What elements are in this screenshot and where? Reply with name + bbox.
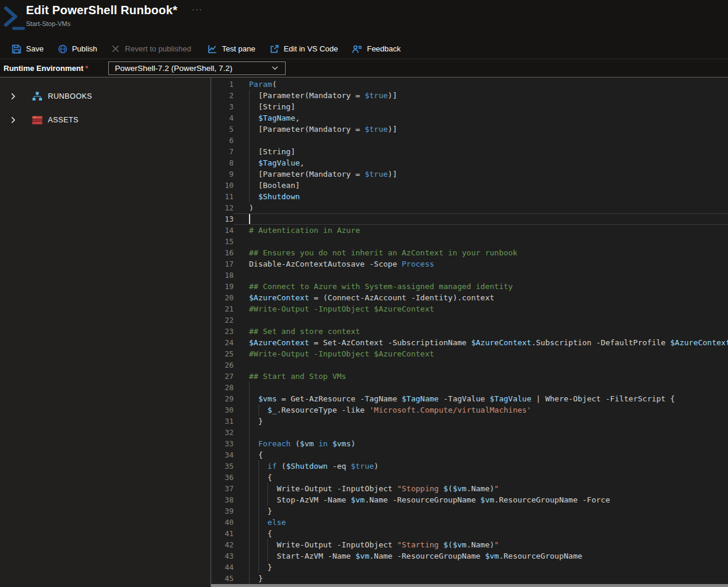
code-line[interactable]: 27## Start and Stop VMs [211, 371, 728, 382]
command-toolbar: Save Publish Revert to published Test pa… [0, 39, 728, 59]
line-number: 5 [211, 124, 234, 135]
code-line[interactable]: 35 if ($Shutdown -eq $true) [211, 460, 728, 472]
feedback-label: Feedback [367, 44, 400, 53]
code-line[interactable]: 20$AzureContext = (Connect-AzAccount -Id… [211, 292, 728, 303]
indent-guide [249, 180, 250, 191]
indent-guide [249, 124, 250, 135]
code-line[interactable]: 45 } [211, 573, 728, 584]
code-line[interactable]: 33 Foreach ($vm in $vms) [211, 438, 728, 449]
indent-guide [249, 517, 250, 528]
indent-guide [249, 539, 250, 550]
publish-button[interactable]: Publish [51, 39, 105, 59]
more-options-button[interactable]: ··· [192, 5, 203, 14]
code-line[interactable]: 26 [211, 359, 728, 371]
feedback-button[interactable]: Feedback [345, 39, 407, 59]
code-line[interactable]: 6 [211, 135, 728, 146]
line-number: 29 [211, 393, 234, 404]
code-line[interactable]: 11 $Shutdown [211, 191, 728, 202]
code-line[interactable]: 21#Write-Output -InputObject $AzureConte… [211, 303, 728, 314]
code-line[interactable]: 28 [211, 382, 728, 393]
line-number: 22 [211, 314, 234, 326]
code-line[interactable]: 31 } [211, 416, 728, 427]
code-line[interactable]: 10 [Boolean] [211, 180, 728, 191]
chevron-right-icon[interactable] [8, 92, 18, 101]
line-number: 14 [211, 225, 234, 236]
line-number: 41 [211, 528, 234, 539]
line-number: 17 [211, 258, 234, 270]
horizontal-scrollbar[interactable] [211, 584, 728, 587]
save-button[interactable]: Save [5, 39, 51, 59]
publish-label: Publish [72, 44, 98, 53]
code-editor[interactable]: 1Param(2 [Parameter(Mandatory = $true)]3… [211, 77, 728, 587]
line-number: 24 [211, 337, 234, 348]
code-line[interactable]: 44 } [211, 562, 728, 573]
line-number: 23 [211, 326, 234, 337]
code-line[interactable]: 42 Write-Output -InputObject "Starting $… [211, 539, 728, 550]
test-pane-label: Test pane [222, 44, 255, 53]
code-line[interactable]: 22 [211, 314, 728, 326]
line-number: 7 [211, 146, 234, 157]
code-line[interactable]: 43 Start-AzVM -Name $vm.Name -ResourceGr… [211, 550, 728, 562]
indent-guide [249, 472, 250, 483]
code-line[interactable]: 17Disable-AzContextAutosave -Scope Proce… [211, 258, 728, 270]
code-line[interactable]: 3 [String] [211, 101, 728, 112]
line-number: 1 [211, 79, 234, 90]
chevron-right-icon[interactable] [8, 115, 18, 125]
code-line[interactable]: 32 [211, 427, 728, 438]
revert-to-published-button[interactable]: Revert to published [104, 39, 198, 59]
code-line[interactable]: 40 else [211, 517, 728, 528]
test-pane-button[interactable]: Test pane [200, 39, 262, 59]
code-line[interactable]: 7 [String] [211, 146, 728, 157]
code-line[interactable]: 12) [211, 202, 728, 213]
chevron-down-icon [271, 64, 279, 72]
save-icon [12, 44, 21, 54]
code-line[interactable]: 5 [Parameter(Mandatory = $true)] [211, 124, 728, 135]
code-line[interactable]: 29 $vms = Get-AzResource -TagName $TagNa… [211, 393, 728, 404]
code-line[interactable]: 38 Stop-AzVM -Name $vm.Name -ResourceGro… [211, 494, 728, 505]
code-line[interactable]: 2 [Parameter(Mandatory = $true)] [211, 90, 728, 101]
code-line[interactable]: 41 { [211, 528, 728, 539]
indent-guide [249, 505, 250, 517]
line-number: 27 [211, 371, 234, 382]
code-line[interactable]: 25#Write-Output -InputObject $AzureConte… [211, 348, 728, 359]
runbooks-hierarchy-icon [32, 92, 43, 102]
line-number: 16 [211, 247, 234, 258]
indent-guide [258, 562, 259, 573]
line-number: 8 [211, 157, 234, 168]
code-line[interactable]: 30 $_.ResourceType -like 'Microsoft.Comp… [211, 404, 728, 416]
line-number: 35 [211, 460, 234, 472]
code-line[interactable]: 9 [Parameter(Mandatory = $true)] [211, 168, 728, 180]
code-line[interactable]: 14# Autentication in Azure [211, 225, 728, 236]
sidebar-item-label: RUNBOOKS [48, 92, 92, 100]
code-line[interactable]: 18 [211, 270, 728, 281]
code-line[interactable]: 23## Set and store context [211, 326, 728, 337]
code-line[interactable]: 1Param( [211, 79, 728, 90]
code-line[interactable]: 16## Ensures you do not inherit an AzCon… [211, 247, 728, 258]
line-number: 43 [211, 550, 234, 562]
runbook-name-subtitle: Start-Stop-VMs [26, 20, 203, 27]
code-line[interactable]: 36 { [211, 472, 728, 483]
code-line[interactable]: 39 } [211, 505, 728, 517]
code-line[interactable]: 24$AzureContext = Set-AzContext -Subscri… [211, 337, 728, 348]
code-line[interactable]: 8 $TagValue, [211, 157, 728, 168]
line-number: 6 [211, 135, 234, 146]
edit-in-vscode-button[interactable]: Edit in VS Code [263, 39, 345, 59]
text-cursor [249, 214, 250, 224]
indent-guide [249, 562, 250, 573]
code-line[interactable]: 34 { [211, 449, 728, 460]
indent-guide [249, 483, 250, 494]
code-line[interactable]: 15 [211, 236, 728, 247]
sidebar-item-assets[interactable]: ASSETS [0, 108, 211, 132]
code-line[interactable]: 37 Write-Output -InputObject "Stopping $… [211, 483, 728, 494]
runtime-environment-select[interactable]: PowerShell-7.2 (PowerShell, 7.2) [108, 61, 286, 75]
revert-label: Revert to published [125, 44, 191, 53]
line-number: 36 [211, 472, 234, 483]
line-number: 31 [211, 416, 234, 427]
sidebar-item-runbooks[interactable]: RUNBOOKS [0, 85, 211, 108]
publish-globe-icon [58, 44, 67, 54]
line-number: 21 [211, 303, 234, 314]
code-line[interactable]: 4 $TagName, [211, 112, 728, 124]
code-line[interactable]: 19## Connect to Azure with System-assign… [211, 281, 728, 292]
code-line[interactable]: 13 [211, 213, 728, 225]
code-lines: 1Param(2 [Parameter(Mandatory = $true)]3… [211, 79, 728, 584]
